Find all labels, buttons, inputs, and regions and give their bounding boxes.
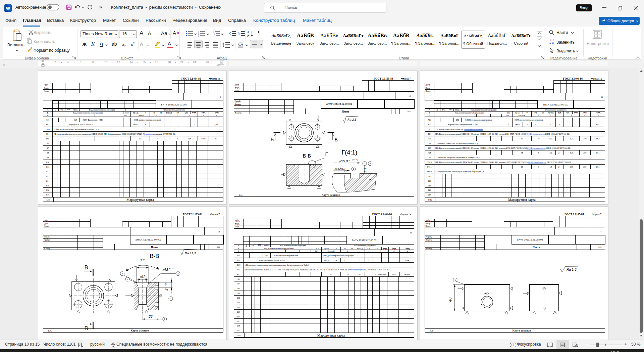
svg-text:БНТУ 105315.21.00.001: БНТУ 105315.21.00.001 bbox=[161, 103, 187, 106]
svg-text:017: 017 bbox=[428, 193, 431, 196]
svg-text:6800: 6800 bbox=[392, 273, 396, 275]
svg-text:Обозначение документа: Обозначение документа bbox=[545, 108, 567, 111]
svg-text:Фрезерный с ЧПУ ГФ2471: Фрезерный с ЧПУ ГФ2471 bbox=[69, 123, 93, 126]
svg-text:2,64: 2,64 bbox=[405, 259, 409, 261]
svg-text:А01: А01 bbox=[237, 254, 240, 257]
svg-text:Взам.: Взам. bbox=[235, 87, 240, 89]
svg-text:014: 014 bbox=[237, 315, 240, 318]
svg-text:А: А bbox=[238, 244, 239, 247]
svg-text:Подп.: Подп. bbox=[44, 90, 49, 92]
svg-text:75: 75 bbox=[347, 273, 349, 275]
svg-text:КР: КР bbox=[542, 112, 544, 114]
svg-text:А: А bbox=[247, 31, 250, 34]
svg-text:Н.контр.: Н.контр. bbox=[235, 112, 242, 114]
svg-text:Р: Р bbox=[238, 250, 239, 252]
svg-text:Б02: Б02 bbox=[46, 123, 49, 126]
svg-text:0,1: 0,1 bbox=[570, 137, 573, 140]
svg-text:⌀12: ⌀12 bbox=[140, 275, 146, 279]
svg-text:РМ: РМ bbox=[449, 108, 451, 111]
svg-text:Обозначение документа: Обозначение документа bbox=[163, 108, 185, 111]
svg-text:1: 1 bbox=[127, 278, 128, 280]
svg-text:О03: О03 bbox=[237, 264, 240, 266]
svg-text:Б: Б bbox=[271, 137, 274, 142]
svg-text:2: 2 bbox=[558, 166, 559, 168]
svg-text:1: 1 bbox=[177, 123, 178, 126]
svg-text:1. Сверлить сквозное отверстие: 1. Сверлить сквозное отверстие, выдержив… bbox=[435, 128, 487, 130]
svg-text:ГОСТ 3.1105-84: ГОСТ 3.1105-84 bbox=[183, 213, 202, 216]
svg-text:ОП: ОП bbox=[376, 248, 379, 250]
svg-text:Карта эскизов: Карта эскизов bbox=[131, 329, 150, 332]
svg-text:Тпз.: Тпз. bbox=[392, 247, 396, 249]
svg-text:350: 350 bbox=[583, 137, 586, 140]
svg-text:n: n bbox=[393, 250, 394, 252]
svg-text:S: S bbox=[380, 250, 381, 252]
svg-text:О03: О03 bbox=[428, 128, 431, 130]
svg-text:БНТУ 105315.21.00.001: БНТУ 105315.21.00.001 bbox=[352, 239, 378, 241]
svg-text:0,158мм/мин: 0,158мм/мин bbox=[375, 273, 387, 275]
svg-text:Опер.: Опер. bbox=[264, 245, 269, 247]
svg-text:Подп.: Подп. bbox=[235, 89, 240, 91]
svg-text:07: 07 bbox=[47, 147, 49, 149]
svg-text:А: А bbox=[429, 108, 430, 111]
svg-text:010: 010 bbox=[237, 297, 240, 299]
svg-text:ИОТ для шлифовальных операций: ИОТ для шлифовальных операций bbox=[323, 254, 354, 257]
svg-text:А01: А01 bbox=[428, 119, 431, 121]
svg-text:ИОТ для сверлильных операций: ИОТ для сверлильных операций bbox=[515, 119, 543, 121]
svg-text:КОИД: КОИД bbox=[357, 248, 363, 250]
svg-text:n: n bbox=[584, 115, 585, 117]
svg-text:К.Э.: К.Э. bbox=[48, 330, 52, 332]
svg-text:016: 016 bbox=[428, 189, 431, 191]
svg-text:В: В bbox=[85, 325, 88, 331]
svg-text:i: i bbox=[215, 35, 215, 37]
svg-text:ПИ: ПИ bbox=[506, 115, 509, 117]
svg-text:Б: Б bbox=[429, 112, 430, 114]
svg-text:КОИД: КОИД bbox=[548, 112, 553, 114]
svg-text:Н.контр.: Н.контр. bbox=[426, 248, 433, 250]
svg-text:1: 1 bbox=[153, 123, 154, 126]
svg-text:Код, наименование операции: Код, наименование операции bbox=[471, 108, 497, 111]
svg-text:250: 250 bbox=[583, 151, 586, 154]
svg-text:ПИ: ПИ bbox=[315, 250, 318, 252]
svg-text:45: 45 bbox=[538, 137, 540, 140]
svg-text:1,22: 1,22 bbox=[214, 123, 218, 126]
svg-text:Кшт.: Кшт. bbox=[574, 112, 578, 114]
svg-text:1: 1 bbox=[559, 123, 560, 126]
svg-text:011: 011 bbox=[46, 166, 49, 168]
svg-text:2: 2 bbox=[165, 289, 168, 291]
svg-text:А: А bbox=[173, 30, 176, 36]
svg-text:КР: КР bbox=[160, 112, 163, 114]
svg-text:S: S bbox=[189, 115, 190, 117]
svg-text:0,15: 0,15 bbox=[570, 166, 573, 168]
svg-text:0,2: 0,2 bbox=[570, 151, 573, 154]
svg-text:4. Переустановить заготовку и: 4. Переустановить заготовку и повторить … bbox=[435, 170, 484, 173]
svg-text:СМ: СМ bbox=[316, 248, 320, 250]
svg-text:Вертикально-сверлильный 2А135: Вертикально-сверлильный 2А135 bbox=[448, 123, 478, 126]
svg-text:4132 Плоскошлифовальная: 4132 Плоскошлифовальная bbox=[274, 254, 298, 257]
svg-text:Б: Б bbox=[334, 137, 337, 142]
svg-text:3: 3 bbox=[198, 35, 199, 37]
svg-text:4,5: 4,5 bbox=[139, 137, 142, 140]
svg-text:ех: ех bbox=[246, 246, 247, 248]
svg-text:ГОСТ 3.1105-84: ГОСТ 3.1105-84 bbox=[374, 77, 393, 80]
svg-text:3: 3 bbox=[508, 123, 509, 126]
svg-text:1: 1 bbox=[384, 259, 385, 261]
svg-text:3: 3 bbox=[317, 259, 318, 261]
svg-text:n: n bbox=[203, 115, 204, 117]
svg-text:014: 014 bbox=[428, 180, 431, 182]
svg-text:017: 017 bbox=[237, 329, 240, 332]
svg-text:Опер.: Опер. bbox=[455, 109, 460, 111]
svg-text:Кшт.: Кшт. bbox=[192, 112, 197, 114]
svg-text:Р05: Р05 bbox=[237, 273, 240, 275]
svg-text:3: 3 bbox=[170, 297, 171, 300]
svg-text:Р: Р bbox=[145, 112, 146, 114]
svg-text:ПР: Кондуктор специальный СТП: ПР: Кондуктор специальный СТП 4384-93, п… bbox=[435, 147, 571, 149]
svg-text:016: 016 bbox=[237, 324, 240, 327]
svg-text:+0,27: +0,27 bbox=[169, 267, 174, 269]
svg-text:18: 18 bbox=[521, 166, 523, 168]
svg-text:10: 10 bbox=[409, 95, 411, 97]
svg-text:Разраб.: Разраб. bbox=[426, 236, 432, 238]
svg-text:4: 4 bbox=[336, 259, 337, 261]
svg-text:1: 1 bbox=[161, 123, 162, 126]
svg-text:035: 035 bbox=[598, 246, 601, 248]
svg-text:ИОТ для фрезерных операций: ИОТ для фрезерных операций bbox=[134, 119, 161, 121]
